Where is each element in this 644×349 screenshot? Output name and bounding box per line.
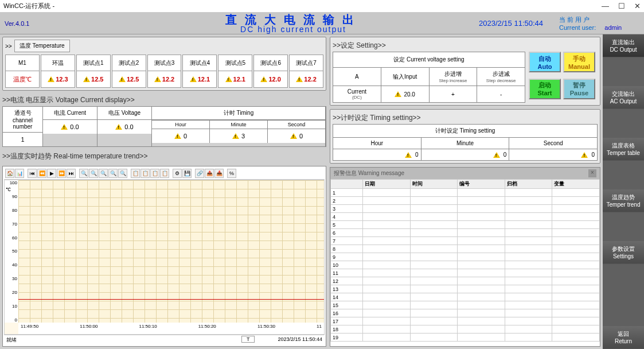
datetime-label: 2023/2/15 11:50:44 [479,19,559,28]
table-row[interactable]: 4 [331,213,600,221]
timing-minute: 3 [210,129,267,143]
temp-header-4: 测试点4 [183,55,216,71]
warning-icon [61,124,68,130]
temperature-panel: >> 温度 Temperature M1温度℃环温12.3测试点112.5测试点… [2,37,326,91]
table-row[interactable]: 9 [331,253,600,261]
temp-header-2: 测试点2 [112,55,146,71]
table-row[interactable]: 2 [331,197,600,205]
chart-series-line [18,299,324,300]
auto-button[interactable]: 自动Auto [529,52,561,72]
user-box: 当 前 用 户 Current user: admin [559,15,639,31]
temp-value-1: 12.5 [77,71,110,87]
toolbar-btn-16[interactable]: 📋 [140,169,150,178]
toolbar-btn-18[interactable]: 📋 [160,169,169,178]
warning-icon [493,152,500,158]
chart-plot[interactable] [18,180,324,323]
warning-icon [83,76,90,82]
current-user: admin [604,24,622,31]
warning-icon [405,152,412,158]
table-row[interactable]: 8 [331,245,600,253]
manual-button[interactable]: 手动Manual [563,52,595,72]
window-titlebar: WinCC-运行系统 - — ☐ ✕ [0,0,644,13]
toolbar-btn-9[interactable]: 🔍 [79,169,88,178]
nav-ac-output[interactable]: 交流输出AC Output [603,86,644,109]
table-row[interactable]: 11 [331,269,600,277]
voltage-value: 0.0 [97,120,151,134]
nav-dc-output[interactable]: 直流输出DC Output [603,34,644,57]
table-row[interactable]: 19 [331,334,600,342]
toolbar-btn-11[interactable]: 🔍 [99,169,108,178]
temp-value-7: 12.2 [290,71,323,87]
warning-icon [154,76,161,82]
toolbar-btn-21[interactable]: 💾 [182,169,192,178]
temp-value-4: 12.1 [183,71,216,87]
toolbar-btn-3[interactable]: ⏮ [28,169,37,178]
toolbar-btn-0[interactable]: 🏠 [5,169,14,178]
toolbar-btn-6[interactable]: ⏩ [57,169,66,178]
timing-second-input[interactable]: 0 [509,149,597,160]
table-row[interactable]: 13 [331,285,600,293]
table-row[interactable]: 14 [331,293,600,301]
channel-number: 1 [3,133,42,146]
table-row[interactable]: 10 [331,261,600,269]
app-header: Ver.4.0.1 直流大电流输出 DC high current output… [0,13,644,34]
toolbar-btn-27[interactable]: % [227,169,236,178]
warning-icon [190,76,197,82]
table-row[interactable]: 16 [331,309,600,317]
table-row[interactable]: 18 [331,325,600,334]
timing-minute-input[interactable]: 0 [421,149,510,160]
toolbar-btn-4[interactable]: ⏪ [37,169,46,178]
toolbar-btn-5[interactable]: ▶ [47,169,56,178]
close-icon[interactable]: ✕ [634,2,641,10]
nav-temper-table[interactable]: 温度表格Temper table [603,138,644,161]
timing-hour-input[interactable]: 0 [333,149,421,160]
table-row[interactable]: 6 [331,229,600,237]
toolbar-btn-7[interactable]: ⏭ [67,169,76,178]
toolbar-btn-25[interactable]: 📥 [214,169,224,178]
warning-icon [119,76,126,82]
nav-temper-trend[interactable]: 温度趋势Temper trend [603,189,644,212]
current-input[interactable]: 20.0 [381,86,430,102]
temp-header-7: 测试点7 [290,55,323,71]
table-row[interactable]: 5 [331,221,600,229]
current-value: 0.0 [43,120,97,134]
toolbar-btn-13[interactable]: 🔍 [118,169,127,178]
warning-icon [395,91,401,97]
tab-temperature[interactable]: 温度 Temperature [14,40,70,52]
table-row[interactable]: 17 [331,317,600,325]
start-button[interactable]: 启动Start [529,79,561,99]
page-title-en: DC high current output [108,25,479,33]
pause-button[interactable]: 暂停Pause [563,79,595,99]
nav-return[interactable]: 返回Return [603,326,644,349]
toolbar-btn-20[interactable]: ⚙ [173,169,182,178]
warning-icon [48,76,54,82]
step-increase-button[interactable]: + [430,86,478,102]
table-row[interactable]: 7 [331,237,600,245]
chart-status: 就绪 [6,336,17,344]
window-title: WinCC-运行系统 - [3,2,54,10]
minimize-icon[interactable]: — [602,2,609,10]
temp-value-2: 12.5 [112,71,146,87]
table-row[interactable]: 12 [331,277,600,285]
temp-header-0: 环温 [41,55,75,71]
trend-chart: 🏠📊⏮⏪▶⏩⏭🔍🔍🔍🔍🔍📋📋📋📋⚙💾🔗📤📥% 10090807060504030… [2,166,326,347]
toolbar-btn-24[interactable]: 📤 [205,169,214,178]
maximize-icon[interactable]: ☐ [618,2,625,10]
step-decrease-button[interactable]: - [477,86,525,102]
toolbar-btn-1[interactable]: 📊 [15,169,24,178]
warning-icon [290,133,297,139]
warning-icon [296,76,303,82]
table-row[interactable]: 3 [331,205,600,213]
toolbar-btn-12[interactable]: 🔍 [108,169,118,178]
toolbar-btn-10[interactable]: 🔍 [89,169,98,178]
toolbar-btn-23[interactable]: 🔗 [195,169,204,178]
trend-title: >>温度实时趋势 Real-time temperature trend>> [2,152,326,161]
warning-table[interactable]: 日期时间编号归档变量12345678910111213141516171819 [330,179,600,346]
chart-datetime: 2023/2/15 11:50:44 [278,336,322,344]
table-row[interactable]: 15 [331,301,600,309]
toolbar-btn-15[interactable]: 📋 [131,169,140,178]
table-row[interactable]: 1 [331,189,600,197]
close-warning-icon[interactable]: × [588,169,596,177]
toolbar-btn-17[interactable]: 📋 [150,169,159,178]
nav-settings[interactable]: 参数设置Settings [603,241,644,264]
